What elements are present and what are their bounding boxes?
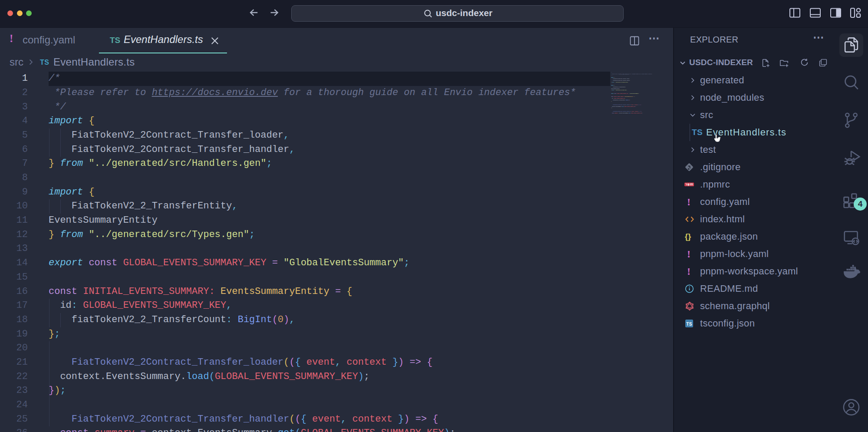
svg-text:TS: TS (686, 322, 692, 326)
